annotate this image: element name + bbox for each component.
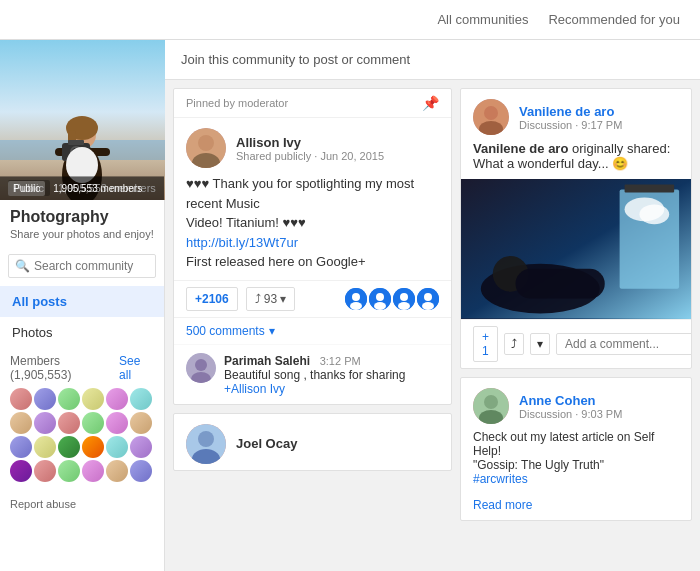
member-avatar — [130, 436, 152, 458]
nav-photos[interactable]: Photos — [0, 317, 164, 348]
recommended-link[interactable]: Recommended for you — [548, 12, 680, 27]
search-input[interactable] — [34, 259, 149, 273]
members-count-label: Members (1,905,553) — [10, 354, 119, 382]
svg-point-18 — [198, 135, 214, 151]
comment-text: Beautiful song , thanks for sharing +All… — [224, 368, 439, 396]
search-box[interactable]: 🔍 — [8, 254, 156, 278]
member-avatar — [106, 388, 128, 410]
post-author-info: Allison Ivy Shared publicly · Jun 20, 20… — [236, 135, 384, 162]
member-avatar — [10, 388, 32, 410]
side-card-2: Anne Cohen Discussion · 9:03 PM Check ou… — [460, 377, 692, 521]
member-avatar — [106, 436, 128, 458]
side-more-button[interactable]: ▾ — [530, 333, 550, 355]
nav-all-posts[interactable]: All posts — [0, 286, 164, 317]
post-header-2: Joel Ocay — [174, 414, 451, 470]
side-author-name-1: Vanilene de aro — [519, 104, 622, 119]
emoji: 😊 — [612, 156, 628, 171]
member-avatar — [106, 412, 128, 434]
side-share-button[interactable]: ⤴ — [504, 333, 524, 355]
comment-mention[interactable]: +Allison Ivy — [224, 382, 285, 396]
member-avatar — [58, 460, 80, 482]
discussion-type-2: Discussion — [519, 408, 572, 420]
post-meta: Shared publicly · Jun 20, 2015 — [236, 150, 384, 162]
member-avatar — [58, 388, 80, 410]
share-dropdown-icon: ▾ — [280, 292, 286, 306]
member-avatar — [34, 460, 56, 482]
member-avatar — [34, 436, 56, 458]
see-all-link[interactable]: See all — [119, 354, 154, 382]
svg-point-39 — [195, 359, 207, 371]
read-more-link[interactable]: Read more — [461, 494, 691, 520]
comments-bar[interactable]: 500 comments ▾ — [174, 317, 451, 344]
side-content-2: Check out my latest article on Self Help… — [461, 430, 691, 494]
share-person-icon — [345, 288, 367, 310]
side-card-1: Vanilene de aro Discussion · 9:17 PM Van… — [460, 88, 692, 369]
side-author-info-1: Vanilene de aro Discussion · 9:17 PM — [519, 104, 622, 131]
side-meta-2: Discussion · 9:03 PM — [519, 408, 622, 420]
post-link[interactable]: http://bit.ly/13Wt7ur — [186, 235, 298, 250]
public-badge: Public — [8, 180, 50, 196]
member-avatar — [58, 412, 80, 434]
side-content-1: Vanilene de aro originally shared: What … — [461, 141, 691, 179]
post-card-2: Joel Ocay — [173, 413, 452, 471]
plus-button[interactable]: +2106 — [186, 287, 238, 311]
side-meta-1: Discussion · 9:17 PM — [519, 119, 622, 131]
side-avatar-1 — [473, 99, 509, 135]
svg-point-33 — [400, 293, 408, 301]
pinned-label: Pinned by moderator — [186, 97, 288, 109]
svg-point-45 — [484, 106, 498, 120]
side-avatar-2 — [473, 388, 509, 424]
discussion-type-1: Discussion — [519, 119, 572, 131]
plus-count: +2106 — [195, 292, 229, 306]
member-avatar — [82, 436, 104, 458]
svg-point-56 — [484, 395, 498, 409]
comment-content: Parimah Salehi 3:12 PM Beautiful song , … — [224, 353, 439, 396]
side-card-header-2: Anne Cohen Discussion · 9:03 PM — [461, 378, 691, 430]
shared-by: Vanilene de aro — [473, 141, 568, 156]
member-avatar — [130, 388, 152, 410]
side-card1-image — [461, 179, 691, 319]
card2-hashtag: #arcwrites — [473, 472, 679, 486]
members-grid — [10, 388, 154, 482]
side-actions-1: + 1 ⤴ ▾ — [461, 319, 691, 368]
side-card-header-1: Vanilene de aro Discussion · 9:17 PM — [461, 89, 691, 141]
all-communities-link[interactable]: All communities — [437, 12, 528, 27]
member-avatar — [130, 460, 152, 482]
shared-text: originally shared: — [572, 141, 670, 156]
svg-point-31 — [374, 302, 386, 310]
member-avatar — [58, 436, 80, 458]
svg-point-27 — [352, 293, 360, 301]
members-section: Members (1,905,553) See all — [0, 348, 164, 488]
pin-icon: 📌 — [422, 95, 439, 111]
comment-time: 3:12 PM — [320, 355, 361, 367]
svg-rect-49 — [625, 185, 675, 193]
member-avatar — [106, 460, 128, 482]
content-area: Join this community to post or comment P… — [165, 40, 700, 571]
post-author-avatar-2 — [186, 424, 226, 464]
main-container: Public 1,905,553 members Public 1,905,55… — [0, 40, 700, 571]
report-abuse-link[interactable]: Report abuse — [0, 488, 164, 520]
search-icon: 🔍 — [15, 259, 30, 273]
post-header: Allison Ivy Shared publicly · Jun 20, 20… — [174, 118, 451, 174]
comment-item: Parimah Salehi 3:12 PM Beautiful song , … — [174, 344, 451, 404]
posts-feed: Pinned by moderator 📌 Allison Ivy Shared… — [165, 80, 460, 571]
svg-point-36 — [424, 293, 432, 301]
member-avatar — [130, 412, 152, 434]
post-actions: +2106 ⤴ 93 ▾ — [174, 280, 451, 317]
comments-chevron-icon: ▾ — [269, 324, 275, 338]
member-avatar — [82, 412, 104, 434]
side-plus-button[interactable]: + 1 — [473, 326, 498, 362]
svg-point-28 — [350, 302, 362, 310]
card1-body: What a wonderful day... — [473, 156, 609, 171]
share-button[interactable]: ⤴ 93 ▾ — [246, 287, 295, 311]
svg-point-37 — [422, 302, 434, 310]
post-time-2: 9:03 PM — [581, 408, 622, 420]
share-person-icon — [417, 288, 439, 310]
top-navigation: All communities Recommended for you — [0, 0, 700, 40]
side-comment-input[interactable] — [556, 333, 692, 355]
svg-point-42 — [198, 431, 214, 447]
svg-rect-54 — [516, 269, 605, 299]
svg-point-30 — [376, 293, 384, 301]
card2-body-1: Check out my latest article on Self Help… — [473, 430, 679, 458]
pinned-bar: Pinned by moderator 📌 — [174, 89, 451, 118]
